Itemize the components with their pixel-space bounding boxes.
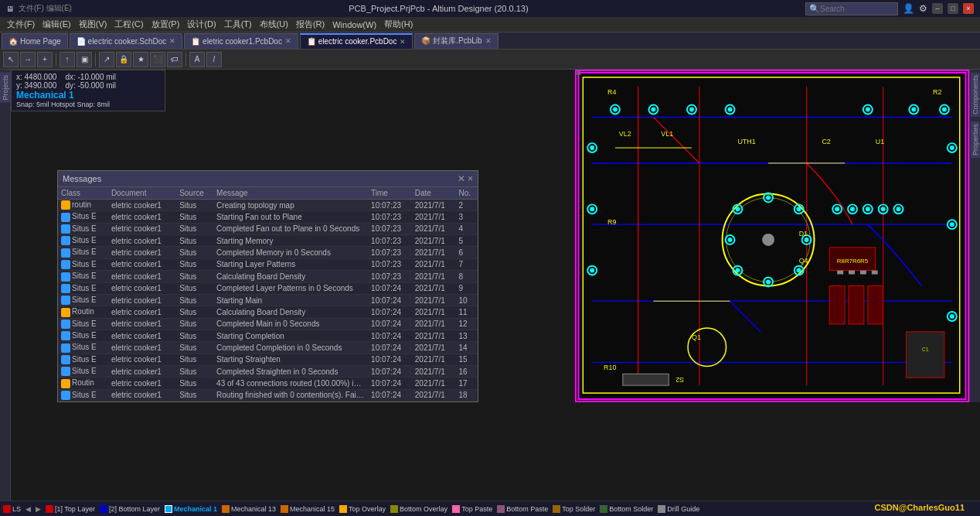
menu-reports[interactable]: 报告(R) [292,19,328,30]
layer-top-paste[interactable]: Top Paste [452,505,492,513]
svg-rect-60 [849,271,855,275]
cell-msg: Routing finished with 0 contention(s). F… [213,389,368,401]
projects-panel-tab[interactable]: Projects [0,73,11,103]
cell-time: 10:07:24 [368,354,412,365]
menu-view[interactable]: 视图(V) [75,19,111,30]
svg-text:R10: R10 [604,364,616,371]
tab-label: 📄 electric cooker.SchDoc [77,37,167,46]
menu-design[interactable]: 设计(D) [183,19,219,30]
layer-bottom[interactable]: [2] Bottom Layer [100,505,160,513]
tool-route[interactable]: → [20,52,36,67]
menu-edit[interactable]: 编辑(E) [39,19,75,30]
maximize-button[interactable]: □ [948,3,958,14]
layer-ls[interactable]: LS [3,505,21,513]
table-row[interactable]: Situs E eletric cooker1 Situs Routing fi… [58,389,478,401]
menu-project[interactable]: 工程(C) [111,19,147,30]
table-row[interactable]: Routin eletric cooker1 Situs Calculating… [58,306,478,318]
table-row[interactable]: Situs E eletric cooker1 Situs Completed … [58,342,478,354]
cell-time: 10:07:24 [368,318,412,330]
cell-date: 2021/7/1 [412,258,456,270]
menu-route[interactable]: 布线(U) [256,19,292,30]
close-icon[interactable]: ✕ [485,37,492,45]
menu-help[interactable]: 帮助(H) [380,19,417,30]
table-row[interactable]: Situs E eletric cooker1 Situs Calculatin… [58,271,478,282]
table-row[interactable]: Situs E eletric cooker1 Situs Starting M… [58,294,478,306]
layer-top-overlay[interactable]: Top Overlay [339,505,386,513]
cell-time: 10:07:24 [368,342,412,354]
messages-close-button[interactable]: ✕ × [458,173,473,184]
svg-text:U1: U1 [876,138,884,145]
cell-doc: eletric cooker1 [108,330,176,341]
table-row[interactable]: Situs E eletric cooker1 Situs Starting C… [58,330,478,341]
close-button[interactable]: × [963,3,974,14]
table-row[interactable]: Situs E eletric cooker1 Situs Starting M… [58,235,478,247]
menu-file[interactable]: 文件(F) [3,19,39,30]
table-row[interactable]: Situs E eletric cooker1 Situs Starting L… [58,258,478,270]
table-row[interactable]: Situs E eletric cooker1 Situs Completed … [58,318,478,330]
tool-chip[interactable]: ⬛ [150,52,165,67]
menu-window[interactable]: Window(W) [328,20,380,29]
tool-select[interactable]: ↖ [3,52,19,67]
tab-label: 📦 封装库.PcbLib [421,36,481,46]
layer-bottom-paste-color [497,505,505,513]
close-icon[interactable]: ✕ [400,38,406,46]
cell-date: 2021/7/1 [412,282,456,294]
pcb-canvas[interactable]: R8R7R6R5 C1 VL2 VL1 UTH1 C2 U1 R9 R4 R2 … [575,70,969,402]
menu-place[interactable]: 放置(P) [148,19,184,30]
layer-mech13[interactable]: Mechanical 13 [222,505,276,513]
table-row[interactable]: Situs E eletric cooker1 Situs Completed … [58,247,478,258]
cell-msg: Completed Completion in 0 Seconds [213,342,368,354]
cell-doc: eletric cooker1 [108,235,176,247]
nav-prev[interactable]: ◀ [26,505,31,513]
nav-next[interactable]: ▶ [36,505,41,513]
cell-class: Routin [58,378,108,389]
tool-lock[interactable]: 🔒 [116,52,131,67]
table-row[interactable]: routin eletric cooker1 Situs Creating to… [58,200,478,211]
tool-a[interactable]: A [189,52,205,67]
cell-src: Situs [176,294,213,306]
tab-pcbdoc-active[interactable]: 📋 electric cooker.PcbDoc ✕ [300,33,413,49]
tab-homepage[interactable]: 🏠 Home Page [2,33,68,49]
cell-doc: eletric cooker1 [108,306,176,318]
cell-msg: 43 of 43 connections routed (100.00%) in… [213,378,368,389]
tool-cursor[interactable]: ↗ [99,52,114,67]
tab-schdoc[interactable]: 📄 electric cooker.SchDoc ✕ [70,33,183,49]
layer-top[interactable]: [1] Top Layer [46,505,95,513]
layer-drill-guide[interactable]: Drill Guide [658,505,699,513]
table-row[interactable]: Situs E eletric cooker1 Situs Completed … [58,282,478,294]
table-row[interactable]: Situs E eletric cooker1 Situs Completed … [58,366,478,378]
search-box[interactable]: 🔍 [805,2,898,15]
messages-title: Messages [63,174,101,183]
cell-no: 9 [456,282,478,294]
layer-bottom-solder[interactable]: Bottom Solder [600,505,653,513]
properties-panel-tab[interactable]: Properties [971,121,980,158]
tool-line[interactable]: / [206,52,222,67]
layer-mech1[interactable]: Mechanical 1 [165,505,217,513]
menu-tools[interactable]: 工具(T) [220,19,256,30]
layer-bottom-overlay[interactable]: Bottom Overlay [390,505,447,513]
messages-table: Class Document Source Message Time Date … [58,187,478,402]
layer-bottom-paste[interactable]: Bottom Paste [497,505,548,513]
tool-rect[interactable]: ▣ [77,52,92,67]
tool-label[interactable]: 🏷 [167,52,182,67]
tab-pcblib[interactable]: 📦 封装库.PcbLib ✕ [414,33,498,49]
svg-rect-63 [906,332,944,378]
minimize-button[interactable]: – [932,3,943,14]
layer-top-solder[interactable]: Top Solder [553,505,595,513]
layer-mech15[interactable]: Mechanical 15 [281,505,335,513]
tool-star[interactable]: ★ [133,52,148,67]
cell-doc: eletric cooker1 [108,258,176,270]
close-icon[interactable]: ✕ [169,37,175,45]
tool-upload[interactable]: ↑ [60,52,75,67]
messages-header[interactable]: Messages ✕ × [58,171,478,187]
close-icon[interactable]: ✕ [285,37,291,45]
cell-doc: eletric cooker1 [108,247,176,258]
search-input[interactable] [820,5,890,13]
tab-pcbdoc1[interactable]: 📋 eletric cooker1.PcbDoc ✕ [184,33,298,49]
table-row[interactable]: Situs E eletric cooker1 Situs Starting F… [58,211,478,223]
table-row[interactable]: Routin eletric cooker1 Situs 43 of 43 co… [58,378,478,389]
components-panel-tab[interactable]: Components [971,73,980,117]
table-row[interactable]: Situs E eletric cooker1 Situs Completed … [58,223,478,234]
tool-add[interactable]: + [37,52,53,67]
table-row[interactable]: Situs E eletric cooker1 Situs Starting S… [58,354,478,365]
